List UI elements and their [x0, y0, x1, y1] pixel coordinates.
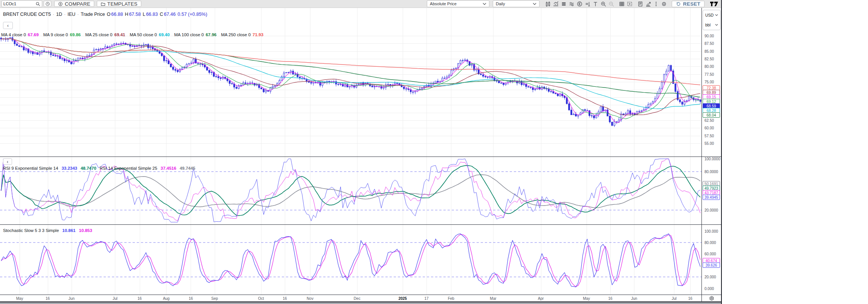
axis-settings-cell[interactable] — [701, 295, 721, 301]
symbol-search-input[interactable]: LCOc1 — [2, 0, 42, 7]
panel-separator[interactable] — [0, 157, 721, 157]
settings-button[interactable] — [660, 0, 668, 7]
tradingview-logo[interactable] — [708, 0, 720, 8]
ma-legend-label: MA 9 close 0 — [43, 32, 68, 37]
time-axis-label: Jun — [631, 296, 637, 300]
time-axis-label: Oct — [258, 296, 264, 300]
currency-value: USD — [705, 13, 714, 17]
time-axis-label: 16 — [189, 296, 193, 300]
collapse-main-legend-button[interactable]: ‹ — [3, 22, 13, 29]
price-scale-label: 82.50 — [704, 57, 714, 61]
measure-icon — [585, 1, 590, 7]
symbol-search-value: LCOc1 — [3, 2, 16, 6]
interval-dropdown[interactable]: Daily — [493, 0, 539, 7]
time-axis[interactable]: May16JunJul16Aug16SepOct16NovDec202517Fe… — [0, 295, 701, 301]
waves-button[interactable] — [568, 0, 576, 7]
text-tool-button[interactable] — [591, 0, 599, 7]
rsi-scale-label: 80.0000 — [704, 170, 718, 174]
grid-icon — [619, 1, 625, 7]
stoch-scale-label: 60.000 — [704, 252, 716, 256]
symbol-info-part: BRENT CRUDE OCT5 — [3, 12, 51, 17]
symbol-info-part: Trade Price — [81, 12, 105, 17]
chart-stats-button[interactable] — [644, 0, 652, 7]
circled-e-icon — [577, 1, 582, 7]
symbol-info-part: 66.88 — [111, 12, 123, 17]
screenshot-root: LCOc1 COMPARE — [0, 0, 868, 304]
price-scale-label: 85.00 — [704, 49, 714, 53]
rsi-legend-part: RSI 9 Exponential Simple 14 — [3, 166, 58, 170]
templates-button[interactable]: TEMPLATES — [97, 1, 141, 7]
symbol-info-part: O — [107, 12, 110, 17]
news-icon — [637, 1, 643, 7]
symbol-info-part: 0.57 (+0.85%) — [177, 12, 207, 17]
price-tag: 39.626 — [703, 263, 720, 268]
price-mode-dropdown[interactable]: Absolute Price — [427, 0, 489, 7]
interval-value: Daily — [496, 2, 505, 6]
ma-legend-value: 69.86 — [70, 32, 81, 37]
news-button[interactable] — [636, 0, 644, 7]
main-price-chart[interactable] — [0, 8, 701, 157]
zoom-in-button[interactable] — [599, 0, 607, 7]
chevron-down-icon — [715, 24, 718, 26]
price-scale-label: 60.00 — [704, 126, 714, 130]
time-axis-label: May — [583, 296, 590, 300]
circled-e-button[interactable] — [576, 0, 584, 7]
price-axis[interactable]: USD bbl 90.0087.5085.0082.5080.0077.5075… — [701, 8, 721, 301]
stacked-lines-icon — [561, 1, 567, 7]
reset-button[interactable]: RESET — [672, 1, 704, 7]
time-axis-label: Dec — [354, 296, 361, 300]
time-axis-label: 17 — [425, 296, 429, 300]
symbol-info-part: C — [160, 12, 163, 17]
price-scale-label: 62.50 — [704, 118, 714, 122]
toolbar-icon-group — [544, 0, 668, 7]
time-axis-label: Nov — [307, 296, 313, 300]
symbol-info-part: · — [53, 12, 54, 17]
price-scale-label: 90.00 — [704, 34, 714, 38]
time-axis-label: Aug — [163, 296, 170, 300]
chevron-left-icon: ‹ — [7, 23, 9, 28]
stacked-lines-button[interactable] — [560, 0, 568, 7]
ma-legend-label: MA 100 close 0 — [174, 32, 204, 37]
window-edge — [0, 302, 721, 304]
reset-label: RESET — [683, 1, 700, 7]
add-panel-icon — [627, 1, 633, 7]
symbol-info-part: · — [77, 12, 79, 17]
zoom-out-button[interactable] — [607, 0, 615, 7]
stoch-legend-part: 10.861 — [62, 228, 75, 233]
stochastic-indicator-chart[interactable] — [0, 225, 701, 295]
text-tool-icon — [593, 1, 598, 7]
symbol-info-part: H — [125, 12, 128, 17]
clock-icon — [45, 2, 50, 6]
panel-separator[interactable] — [0, 224, 721, 225]
time-axis-label: May — [16, 296, 23, 300]
ma-legend-value: 69.41 — [114, 32, 125, 37]
compare-button[interactable]: COMPARE — [54, 1, 94, 7]
add-panel-button[interactable] — [626, 0, 634, 7]
time-axis-label: Sep — [211, 296, 218, 300]
bar-trend-icon — [553, 1, 559, 7]
unit-value: bbl — [705, 23, 711, 27]
symbol-info-part: IEU — [67, 12, 75, 17]
grid-button[interactable] — [618, 0, 626, 7]
collapse-rsi-legend-button[interactable]: ‹ — [3, 158, 12, 165]
waves-icon — [569, 1, 575, 7]
ma-legend-row: MA 4 close 067.69MA 9 close 069.86MA 25 … — [1, 32, 268, 37]
unit-dropdown[interactable]: bbl — [703, 20, 720, 30]
more-button[interactable] — [652, 0, 660, 7]
measure-button[interactable] — [584, 0, 591, 7]
price-scale-label: 87.50 — [704, 41, 714, 46]
currency-dropdown[interactable]: USD — [703, 10, 720, 20]
search-icon — [35, 2, 40, 6]
zoom-out-icon — [608, 1, 614, 7]
bar-trend-button[interactable] — [552, 0, 560, 7]
chart-stats-icon — [645, 1, 651, 7]
chevron-left-icon: ‹ — [7, 159, 8, 164]
time-axis-label: 2025 — [399, 296, 407, 300]
candlestick-button[interactable] — [544, 0, 552, 7]
session-clock-button[interactable] — [44, 1, 51, 7]
price-mode-value: Absolute Price — [430, 2, 457, 6]
ma-legend-value: 69.40 — [159, 32, 170, 37]
symbol-info-part: · — [64, 12, 66, 17]
top-toolbar: LCOc1 COMPARE — [0, 0, 721, 8]
symbol-info-part: 1D — [56, 12, 62, 17]
